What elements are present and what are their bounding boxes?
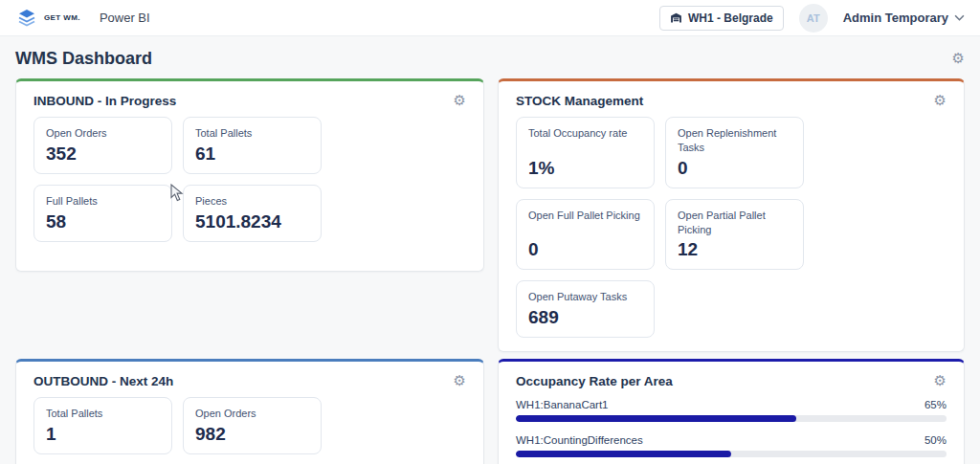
kpi-label: Open Putaway Tasks: [528, 290, 642, 304]
main-content: WMS Dashboard ⚙ INBOUND - In Progress ⚙ …: [0, 49, 980, 464]
getwm-logo-icon[interactable]: [15, 7, 38, 30]
kpi-value: 12: [678, 239, 791, 260]
topbar: GET WM. Power BI WH1 - Belgrade AT Admin…: [0, 0, 980, 36]
kpi-value: 0: [678, 158, 791, 179]
panels-grid: INBOUND - In Progress ⚙ Open Orders352To…: [15, 78, 965, 464]
occupancy-percent-value: 65%: [924, 399, 947, 410]
kpi-label: Open Partial Pallet Picking: [678, 209, 791, 237]
occupancy-area-label: WH1:CountingDifferences: [516, 434, 643, 446]
warehouse-icon: [670, 11, 682, 24]
stock-settings-gear-icon[interactable]: ⚙: [934, 94, 947, 108]
kpi-label: Open Orders: [195, 407, 309, 421]
brand: GET WM. Power BI: [15, 7, 150, 30]
kpi-value: 58: [46, 211, 160, 232]
user-name: Admin Temporary: [843, 11, 948, 25]
kpi-label: Pieces: [195, 194, 309, 209]
topbar-right: WH1 - Belgrade AT Admin Temporary: [659, 4, 965, 33]
avatar[interactable]: AT: [799, 4, 828, 33]
outbound-settings-gear-icon[interactable]: ⚙: [454, 374, 466, 388]
kpi-label: Open Replenishment Tasks: [678, 126, 791, 155]
kpi-card: Full Pallets58: [33, 185, 172, 242]
occupancy-bar-track: [516, 451, 947, 457]
panel-inbound: INBOUND - In Progress ⚙ Open Orders352To…: [15, 78, 484, 272]
kpi-label: Open Orders: [46, 126, 160, 141]
page-title: WMS Dashboard: [15, 49, 152, 69]
inbound-cards: Open Orders352Total Pallets61Full Pallet…: [16, 117, 483, 255]
kpi-card: Total Pallets1: [33, 397, 172, 454]
occupancy-rows: WH1:BananaCart165%WH1:CountingDifference…: [499, 397, 964, 464]
occupancy-row: WH1:CountingDifferences50%: [516, 434, 947, 457]
page-settings-gear-icon[interactable]: ⚙: [952, 52, 965, 66]
kpi-label: Open Full Pallet Picking: [528, 209, 642, 223]
kpi-value: 0: [528, 239, 642, 260]
panel-title-inbound: INBOUND - In Progress: [33, 94, 176, 108]
kpi-value: 982: [195, 424, 309, 445]
brand-name: GET WM.: [44, 13, 80, 22]
occupancy-bar-fill: [516, 415, 796, 422]
panel-outbound: OUTBOUND - Next 24h ⚙ Total Pallets1Open…: [15, 359, 484, 464]
panel-occupancy: Occupancy Rate per Area ⚙ WH1:BananaCart…: [498, 359, 965, 464]
chevron-down-icon: [954, 14, 965, 21]
kpi-value: 1: [46, 424, 160, 445]
kpi-value: 1%: [528, 158, 642, 179]
stock-cards: Total Occupancy rate1%Open Replenishment…: [499, 117, 964, 351]
kpi-value: 689: [528, 307, 642, 328]
kpi-label: Total Pallets: [46, 407, 160, 421]
occupancy-row: WH1:BananaCart165%: [516, 399, 947, 422]
warehouse-label: WH1 - Belgrade: [688, 11, 773, 25]
kpi-card: Open Orders352: [33, 117, 172, 174]
occupancy-area-label: WH1:BananaCart1: [516, 399, 609, 410]
kpi-label: Full Pallets: [46, 194, 160, 209]
kpi-card: Total Pallets61: [183, 117, 322, 174]
occupancy-percent-value: 50%: [924, 434, 947, 446]
kpi-card: Total Occupancy rate1%: [516, 117, 655, 188]
occupancy-bar-track: [516, 415, 947, 422]
kpi-card: Open Putaway Tasks689: [516, 280, 655, 338]
kpi-card: Pieces5101.8234: [183, 185, 322, 242]
panel-stock: STOCK Management ⚙ Total Occupancy rate1…: [498, 78, 965, 352]
panel-title-outbound: OUTBOUND - Next 24h: [33, 374, 173, 388]
kpi-card: Open Replenishment Tasks0: [665, 117, 804, 188]
kpi-value: 5101.8234: [195, 211, 309, 232]
user-menu[interactable]: Admin Temporary: [843, 11, 965, 25]
warehouse-selector-button[interactable]: WH1 - Belgrade: [659, 6, 784, 31]
kpi-value: 61: [195, 144, 309, 165]
kpi-value: 352: [46, 144, 160, 165]
inbound-settings-gear-icon[interactable]: ⚙: [454, 94, 466, 108]
panel-title-occupancy: Occupancy Rate per Area: [516, 374, 673, 388]
occupancy-bar-fill: [516, 451, 731, 457]
app-label: Power BI: [100, 11, 150, 25]
kpi-label: Total Pallets: [195, 126, 309, 141]
kpi-label: Total Occupancy rate: [528, 126, 642, 141]
outbound-cards: Total Pallets1Open Orders982Open Positio…: [16, 397, 483, 464]
kpi-card: Open Partial Pallet Picking12: [665, 199, 804, 271]
panel-title-stock: STOCK Management: [516, 94, 643, 108]
kpi-card: Open Orders982: [183, 397, 322, 454]
occupancy-settings-gear-icon[interactable]: ⚙: [934, 374, 947, 388]
kpi-card: Open Full Pallet Picking0: [516, 199, 655, 271]
